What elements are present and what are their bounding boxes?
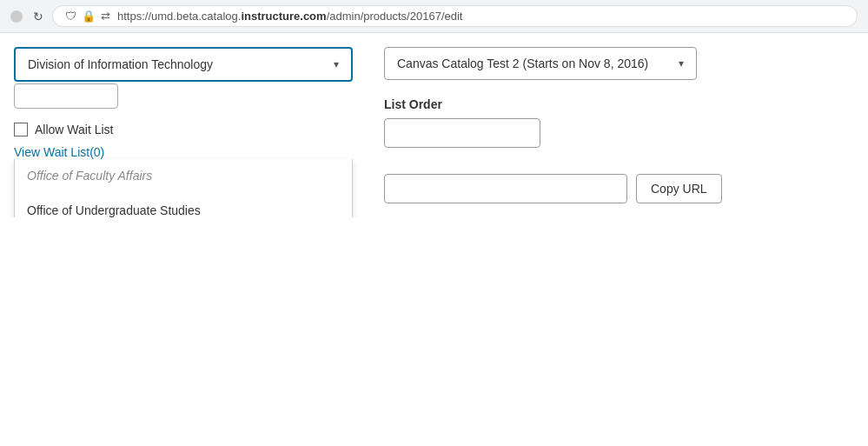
chevron-down-icon: ▾ [679,57,684,70]
back-button[interactable] [10,10,23,23]
list-order-input[interactable] [384,118,540,148]
address-bar[interactable]: 🛡 🔒 ⇄ https://umd.beta.catalog.instructu… [52,5,858,27]
url-row: Copy URL [384,174,722,203]
division-dropdown-label: Division of Information Technology [28,57,213,71]
page-content: Division of Information Technology ▾ Off… [0,33,868,217]
chevron-down-icon: ▾ [334,58,339,70]
catalog-dropdown-label: Canvas Catalog Test 2 (Starts on Nov 8, … [397,57,648,70]
copy-url-button[interactable]: Copy URL [636,174,722,203]
refresh-button[interactable]: ↻ [33,10,43,23]
security-icons: 🛡 🔒 ⇄ [65,10,110,23]
division-dropdown-menu: Office of Faculty Affairs Office of Unde… [14,159,353,217]
tab-icon: ⇄ [101,10,110,23]
wait-list-row: Allow Wait List [14,123,353,136]
list-item[interactable]: Office of Undergraduate Studies [15,194,352,217]
search-input-wrapper [14,83,353,109]
catalog-dropdown-trigger[interactable]: Canvas Catalog Test 2 (Starts on Nov 8, … [384,47,697,80]
allow-wait-list-label: Allow Wait List [35,123,114,136]
list-order-label: List Order [384,97,722,111]
wait-list-section: Allow Wait List View Wait List(0) [14,123,353,159]
browser-controls: ↻ [10,10,43,23]
main-row: Division of Information Technology ▾ Off… [14,47,854,203]
right-section: Canvas Catalog Test 2 (Starts on Nov 8, … [384,47,722,203]
url-input[interactable] [384,174,627,203]
browser-chrome: ↻ 🛡 🔒 ⇄ https://umd.beta.catalog.instruc… [0,0,868,33]
allow-wait-list-checkbox[interactable] [14,123,28,136]
division-dropdown-trigger[interactable]: Division of Information Technology ▾ [14,47,353,82]
lock-icon: 🔒 [82,10,96,23]
division-dropdown-wrapper: Division of Information Technology ▾ Off… [14,47,353,159]
shield-icon: 🛡 [65,10,76,23]
list-item[interactable]: Office of Faculty Affairs [15,159,352,194]
view-wait-list-link[interactable]: View Wait List(0) [14,145,104,159]
url-text: https://umd.beta.catalog.instructure.com… [117,10,462,23]
division-search-input[interactable] [14,83,118,109]
list-order-section: List Order [384,97,722,148]
